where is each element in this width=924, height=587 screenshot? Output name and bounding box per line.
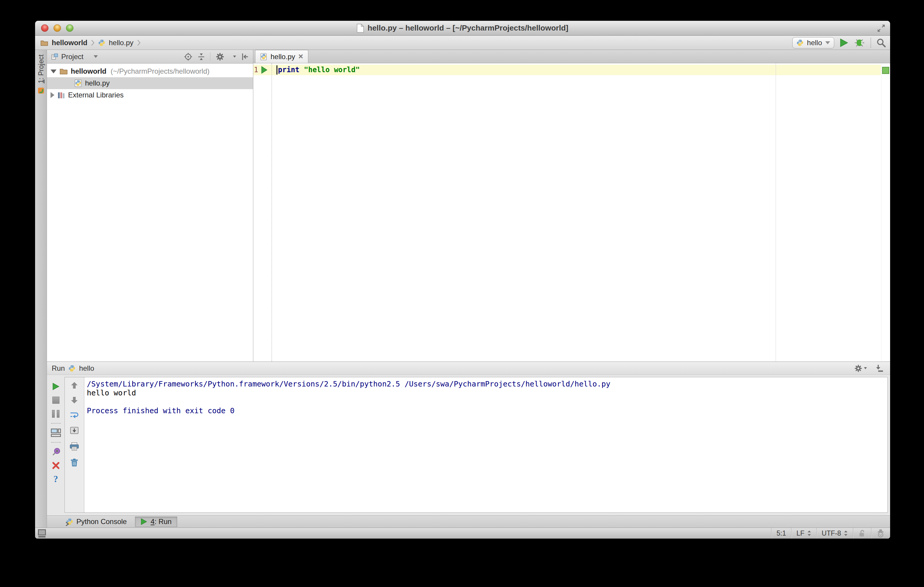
minimize-window-button[interactable] bbox=[53, 25, 61, 32]
chevron-down-icon bbox=[825, 41, 830, 44]
python-file-icon bbox=[74, 79, 82, 87]
python-icon bbox=[797, 39, 804, 46]
caret-position-widget[interactable]: 5:1 bbox=[771, 528, 791, 539]
tab-hello-py[interactable]: hello.py × bbox=[255, 50, 308, 63]
python-console-tab[interactable]: Python Console bbox=[61, 516, 132, 527]
stripe-mnemonic: 1 bbox=[37, 80, 45, 84]
run-line-button[interactable] bbox=[261, 66, 267, 74]
run-panel-body: ? /System/Library/Frameworks/Python bbox=[47, 375, 890, 515]
rerun-button[interactable] bbox=[47, 380, 64, 393]
dock-panel-button[interactable] bbox=[874, 364, 884, 373]
expanded-arrow-icon[interactable] bbox=[51, 69, 56, 73]
scroll-down-button[interactable] bbox=[71, 396, 78, 404]
pause-icon bbox=[52, 410, 59, 418]
project-panel-title[interactable]: Project bbox=[61, 53, 84, 61]
print-button[interactable] bbox=[69, 442, 79, 451]
toggle-panels-icon bbox=[38, 529, 46, 538]
breadcrumb-file[interactable]: hello.py bbox=[109, 39, 134, 47]
soft-wrap-icon bbox=[69, 411, 79, 419]
status-bar: 5:1 LF UTF-8 bbox=[35, 528, 890, 539]
line-number: 1 bbox=[254, 65, 260, 75]
line-separator-selector[interactable]: LF bbox=[791, 528, 817, 539]
run-button[interactable] bbox=[840, 38, 848, 48]
project-tree: helloworld (~/PycharmProjects/helloworld… bbox=[47, 64, 253, 101]
run-icon bbox=[840, 38, 848, 48]
console-line: /System/Library/Frameworks/Python.framew… bbox=[87, 380, 888, 388]
debug-button[interactable] bbox=[854, 38, 865, 48]
pin-tab-button[interactable] bbox=[47, 445, 64, 459]
tree-item-path: (~/PycharmProjects/helloworld) bbox=[111, 67, 210, 76]
error-stripe[interactable] bbox=[881, 63, 890, 362]
scroll-to-source-button[interactable] bbox=[184, 53, 192, 61]
run-tab[interactable]: 4: Run bbox=[135, 516, 177, 527]
hide-panel-button[interactable] bbox=[241, 53, 249, 61]
run-configuration-selector[interactable]: hello bbox=[792, 37, 834, 48]
tree-row-helloworld[interactable]: helloworld (~/PycharmProjects/helloworld… bbox=[47, 65, 253, 77]
tab-mnemonic: 4 bbox=[150, 518, 154, 526]
collapsed-arrow-icon[interactable] bbox=[51, 92, 54, 98]
code-line: print"hello world" bbox=[278, 65, 360, 75]
string-token: "hello world" bbox=[304, 66, 360, 74]
hector-inspector-button[interactable] bbox=[871, 528, 888, 539]
readonly-toggle[interactable] bbox=[853, 528, 871, 539]
panel-settings-button[interactable] bbox=[216, 52, 236, 61]
pin-icon bbox=[51, 447, 61, 457]
toggle-toolwindows-button[interactable] bbox=[38, 529, 46, 538]
scroll-up-button[interactable] bbox=[71, 381, 78, 389]
scroll-to-end-button[interactable] bbox=[70, 427, 79, 435]
run-config-name: hello bbox=[79, 364, 94, 373]
restore-layout-button[interactable] bbox=[47, 426, 64, 440]
run-settings-button[interactable] bbox=[854, 364, 867, 373]
title-bar: hello.py – helloworld – [~/PycharmProjec… bbox=[35, 21, 890, 36]
breadcrumb-project[interactable]: helloworld bbox=[52, 39, 87, 47]
tab-close-button[interactable]: × bbox=[299, 53, 303, 61]
tree-row-external-libraries[interactable]: External Libraries bbox=[47, 89, 253, 101]
folder-icon bbox=[59, 68, 68, 75]
up-arrow-icon bbox=[71, 381, 78, 389]
keyword-token: print bbox=[278, 66, 299, 74]
traffic-lights bbox=[41, 21, 73, 35]
editor-tab-bar: hello.py × bbox=[253, 50, 890, 63]
inspection-status-icon[interactable] bbox=[882, 67, 889, 74]
run-panel-title: Run bbox=[52, 364, 65, 373]
console-toolbar bbox=[65, 377, 84, 513]
fullscreen-button[interactable] bbox=[876, 23, 886, 33]
console-line: hello world bbox=[87, 388, 888, 398]
zoom-window-button[interactable] bbox=[66, 25, 73, 32]
run-config-label: hello bbox=[807, 39, 822, 47]
toolbar-separator bbox=[51, 423, 61, 424]
stop-button[interactable] bbox=[47, 393, 64, 407]
stripe-label: : Project bbox=[37, 54, 45, 79]
collapse-all-button[interactable] bbox=[197, 53, 205, 61]
project-stripe-button[interactable]: 1: Project bbox=[37, 54, 45, 83]
help-button[interactable]: ? bbox=[47, 472, 64, 486]
tree-row-hello-py[interactable]: hello.py bbox=[47, 77, 253, 89]
run-panel-header: Run hello bbox=[47, 362, 890, 375]
toolbar-separator bbox=[51, 442, 61, 442]
tree-item-name: External Libraries bbox=[68, 91, 124, 99]
code-editor[interactable]: 1 print"hello world" bbox=[253, 63, 890, 362]
caret-position: 5:1 bbox=[777, 529, 786, 538]
soft-wrap-button[interactable] bbox=[69, 411, 79, 419]
clear-console-button[interactable] bbox=[70, 458, 79, 467]
gear-icon bbox=[854, 364, 863, 373]
search-everywhere-button[interactable] bbox=[876, 38, 886, 48]
encoding-selector[interactable]: UTF-8 bbox=[817, 528, 853, 539]
python-console-icon bbox=[66, 518, 73, 525]
run-tool-window: Run hello bbox=[47, 362, 890, 515]
bug-icon bbox=[854, 38, 865, 48]
run-icon bbox=[140, 518, 147, 525]
toolbar-separator bbox=[871, 38, 871, 48]
chevron-right-icon bbox=[91, 39, 94, 46]
close-window-button[interactable] bbox=[41, 25, 48, 32]
stop-icon bbox=[52, 396, 59, 404]
print-icon bbox=[69, 442, 79, 451]
main-column: Project bbox=[47, 50, 890, 528]
library-icon bbox=[58, 91, 65, 99]
console-output[interactable]: /System/Library/Frameworks/Python.framew… bbox=[84, 377, 888, 513]
tree-item-name: hello.py bbox=[85, 79, 110, 87]
pause-button[interactable] bbox=[47, 407, 64, 421]
close-panel-button[interactable] bbox=[47, 459, 64, 472]
project-toolwindow-icon bbox=[38, 87, 45, 94]
hide-panel-icon bbox=[241, 53, 249, 61]
